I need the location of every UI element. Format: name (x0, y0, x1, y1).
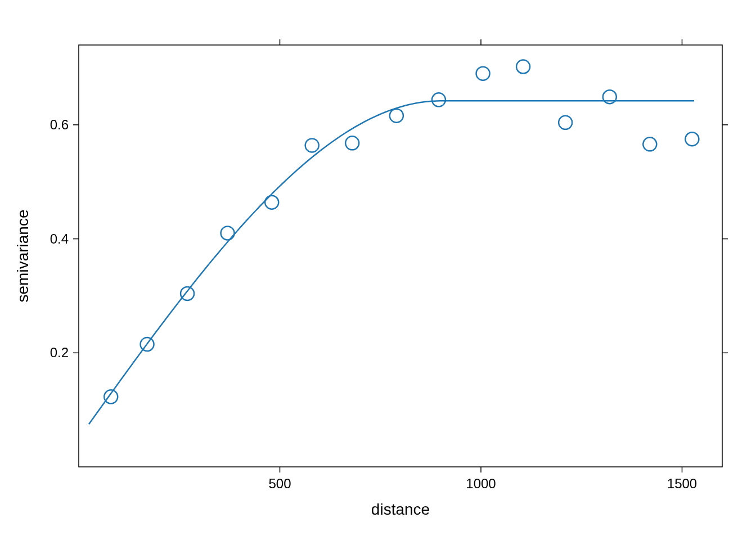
data-point (265, 196, 278, 209)
data-point (476, 67, 490, 80)
data-point (345, 136, 359, 150)
y-tick-label: 0.4 (50, 231, 69, 246)
data-point (390, 109, 403, 123)
variogram-chart: 500100015000.20.40.6distancesemivariance (0, 0, 756, 540)
x-tick-label: 1000 (466, 476, 496, 491)
data-point (221, 226, 235, 240)
y-tick-label: 0.6 (50, 117, 69, 132)
x-tick-label: 500 (268, 476, 291, 491)
data-point (432, 93, 446, 106)
plot-panel (79, 45, 722, 467)
data-point (685, 132, 699, 146)
data-point (104, 390, 118, 403)
y-axis-label: semivariance (14, 210, 32, 303)
data-point (603, 90, 616, 104)
model-curve (89, 101, 694, 424)
data-point (305, 138, 319, 152)
data-point (643, 137, 656, 151)
data-point (181, 287, 194, 300)
y-tick-label: 0.2 (50, 345, 69, 360)
data-point (559, 116, 572, 129)
data-point (516, 60, 530, 74)
x-axis-label: distance (371, 501, 430, 518)
x-tick-label: 1500 (667, 476, 697, 491)
chart-svg: 500100015000.20.40.6distancesemivariance (0, 0, 756, 540)
